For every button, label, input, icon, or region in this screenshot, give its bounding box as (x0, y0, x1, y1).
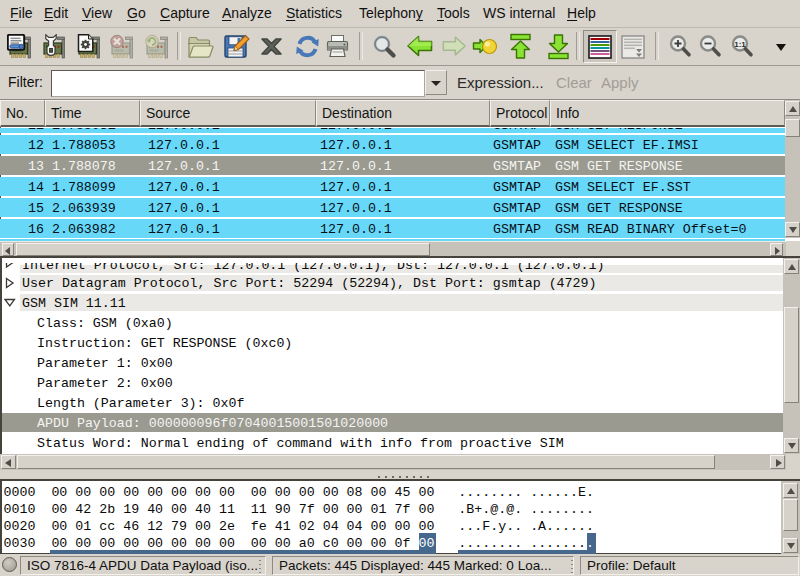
svg-text:1:1: 1:1 (734, 40, 746, 49)
